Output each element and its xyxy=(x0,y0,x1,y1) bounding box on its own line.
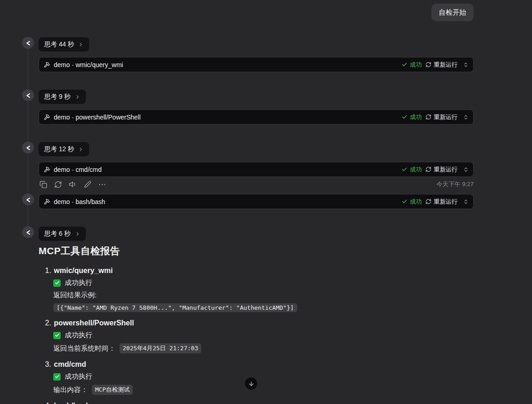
label-code-line: 输出内容： MCP自检测试 xyxy=(53,385,461,395)
inline-code: MCP自检测试 xyxy=(92,385,133,395)
share-icon xyxy=(25,144,32,151)
report-item: 4.bash/bash xyxy=(39,402,461,404)
chevrons-up-down-icon[interactable] xyxy=(463,167,469,172)
item-name: bash/bash xyxy=(54,402,90,404)
share-icon xyxy=(25,196,32,203)
rerun-label: 重新运行 xyxy=(434,61,458,69)
more-icon[interactable] xyxy=(98,181,106,188)
status-badge: 成功 xyxy=(402,165,422,174)
report-item-title: 2.powershell/PowerShell xyxy=(45,319,461,327)
tool-call-title: demo · cmd/cmd xyxy=(54,166,102,173)
share-icon xyxy=(25,229,32,236)
user-message-bubble: 自检开始 xyxy=(431,4,474,21)
inline-code: 2025年4月25日 21:27:03 xyxy=(119,343,201,353)
rerun-label: 重新运行 xyxy=(434,198,458,206)
result-label: 返回结果示例: xyxy=(53,291,96,300)
status-label: 成功 xyxy=(410,61,422,69)
hammer-icon xyxy=(44,166,50,173)
thinking-toggle[interactable]: 思考 9 秒 xyxy=(39,90,86,104)
item-name: powershell/PowerShell xyxy=(54,319,134,327)
tool-call-bar[interactable]: demo · cmd/cmd 成功 重新运行 xyxy=(39,162,474,177)
chevron-right-icon xyxy=(75,94,80,100)
status-label: 成功 xyxy=(410,198,422,206)
status-label: 成功 xyxy=(410,165,422,174)
chevron-right-icon xyxy=(75,231,80,237)
status-text: 成功执行 xyxy=(65,331,92,340)
status-line: 成功执行 xyxy=(53,279,461,287)
thinking-label: 思考 6 秒 xyxy=(44,230,71,238)
rerun-button[interactable]: 重新运行 xyxy=(425,165,458,174)
user-message-text: 自检开始 xyxy=(439,8,466,17)
status-badge: 成功 xyxy=(402,113,422,121)
tool-call-title: demo · powershell/PowerShell xyxy=(54,114,141,121)
hammer-icon xyxy=(44,114,50,120)
rerun-button[interactable]: 重新运行 xyxy=(425,113,458,121)
chevrons-up-down-icon[interactable] xyxy=(463,62,469,68)
assistant-avatar xyxy=(22,193,34,205)
share-icon xyxy=(25,40,32,46)
report-item-title: 1.wmic/query_wmi xyxy=(45,267,461,275)
share-icon xyxy=(25,92,32,99)
assistant-avatar xyxy=(22,142,34,154)
item-number: 2. xyxy=(45,319,51,327)
report-item-title: 3.cmd/cmd xyxy=(45,360,461,369)
chevron-right-icon xyxy=(78,42,84,47)
report-item: 1.wmic/query_wmi 成功执行 返回结果示例: [{"Name": … xyxy=(39,267,461,312)
status-text: 成功执行 xyxy=(65,279,92,287)
chevrons-up-down-icon[interactable] xyxy=(463,114,469,120)
result-label: 返回当前系统时间： xyxy=(53,344,115,353)
inline-code: [{"Name": "AMD Ryzen 7 5800H...", "Manuf… xyxy=(53,303,297,312)
chevrons-up-down-icon[interactable] xyxy=(463,199,469,205)
assistant-avatar xyxy=(22,89,34,101)
check-icon xyxy=(402,114,407,120)
rerun-button[interactable]: 重新运行 xyxy=(425,61,458,69)
thinking-label: 思考 44 秒 xyxy=(44,40,74,49)
item-name: cmd/cmd xyxy=(54,360,86,368)
assistant-avatar xyxy=(22,226,34,238)
tool-call-title: demo · wmic/query_wmi xyxy=(54,61,123,68)
label-code-line: 返回当前系统时间： 2025年4月25日 21:27:03 xyxy=(53,343,461,353)
refresh-icon xyxy=(425,199,431,205)
thinking-toggle[interactable]: 思考 44 秒 xyxy=(39,37,89,51)
refresh-icon xyxy=(425,166,431,172)
result-label: 输出内容： xyxy=(53,386,88,394)
hammer-icon xyxy=(44,199,50,205)
tool-call-bar[interactable]: demo · wmic/query_wmi 成功 重新运行 xyxy=(39,57,474,72)
check-icon xyxy=(402,62,407,68)
label-line: 返回结果示例: xyxy=(53,291,461,300)
edit-icon[interactable] xyxy=(84,181,91,188)
speaker-icon[interactable] xyxy=(69,180,77,188)
item-name: wmic/query_wmi xyxy=(54,267,113,274)
refresh-icon xyxy=(425,114,431,120)
hammer-icon xyxy=(44,62,50,68)
rerun-label: 重新运行 xyxy=(434,165,458,174)
status-line: 成功执行 xyxy=(53,331,461,340)
scroll-to-bottom-button[interactable] xyxy=(244,377,258,390)
regenerate-icon[interactable] xyxy=(54,181,62,188)
report-title: MCP工具自检报告 xyxy=(39,245,461,257)
status-text: 成功执行 xyxy=(65,372,92,381)
thinking-toggle[interactable]: 思考 12 秒 xyxy=(39,142,89,156)
status-badge: 成功 xyxy=(402,61,422,69)
tool-call-bar[interactable]: demo · bash/bash 成功 重新运行 xyxy=(39,194,474,209)
status-badge: 成功 xyxy=(402,198,422,206)
rerun-button[interactable]: 重新运行 xyxy=(425,198,458,206)
code-line: [{"Name": "AMD Ryzen 7 5800H...", "Manuf… xyxy=(53,303,461,312)
rerun-label: 重新运行 xyxy=(434,113,458,121)
status-line: 成功执行 xyxy=(53,372,461,381)
refresh-icon xyxy=(425,62,431,68)
arrow-down-icon xyxy=(248,381,255,387)
item-number: 1. xyxy=(45,267,51,274)
thinking-toggle[interactable]: 思考 6 秒 xyxy=(39,227,86,241)
check-emoji-icon xyxy=(53,373,61,381)
copy-icon[interactable] xyxy=(40,181,47,188)
thinking-label: 思考 12 秒 xyxy=(44,145,74,154)
tool-call-title: demo · bash/bash xyxy=(54,198,105,205)
check-icon xyxy=(402,166,407,172)
tool-call-bar[interactable]: demo · powershell/PowerShell 成功 重新运行 xyxy=(39,109,474,125)
status-label: 成功 xyxy=(410,113,422,121)
thinking-label: 思考 9 秒 xyxy=(44,93,71,101)
report-item: 2.powershell/PowerShell 成功执行 返回当前系统时间： 2… xyxy=(39,319,461,353)
message-actions: 今天下午 9:27 xyxy=(40,180,474,189)
item-number: 3. xyxy=(45,360,51,368)
